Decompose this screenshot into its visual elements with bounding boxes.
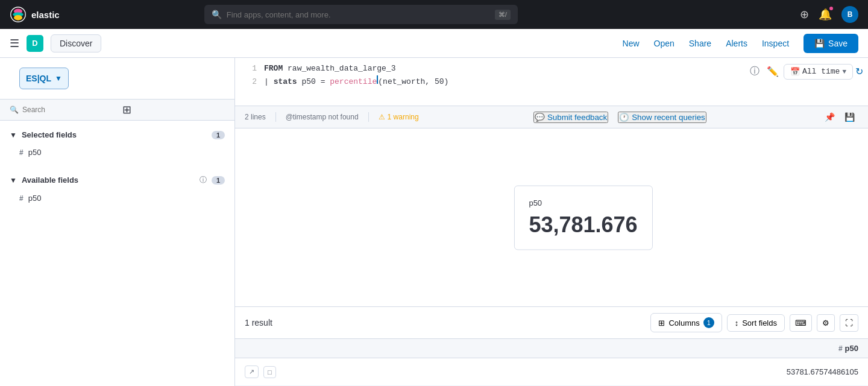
col-type-icon: #	[838, 344, 843, 353]
calendar-picker[interactable]: 📅 All time ▼	[784, 64, 853, 80]
available-fields-toggle-icon: ▼	[10, 176, 17, 185]
columns-button[interactable]: ⊞ Columns 1	[650, 313, 722, 332]
warning-icon: ⚠	[379, 113, 385, 121]
display-options-button[interactable]: ⚙	[817, 314, 835, 332]
esql-caret-icon: ▼	[55, 74, 62, 83]
available-field-p50[interactable]: # p50	[0, 190, 234, 206]
timestamp-not-found: @timestamp not found	[286, 113, 359, 121]
selected-field-p50[interactable]: # p50	[0, 144, 234, 160]
selected-fields-header[interactable]: ▼ Selected fields 1	[0, 125, 234, 144]
query-status-bar: 🔍 ⊞	[0, 100, 234, 121]
separator-1	[275, 112, 276, 122]
show-recent-queries-button[interactable]: 🕐 Show recent queries	[618, 112, 706, 123]
selected-fields-title: Selected fields	[22, 130, 207, 139]
save-query-button[interactable]: 💾	[841, 110, 858, 124]
alerts-button[interactable]: Alerts	[726, 39, 747, 48]
calendar-icon: 📅	[790, 67, 800, 77]
notification-badge	[828, 5, 834, 11]
save-icon: 💾	[814, 39, 825, 48]
columns-label: Columns	[668, 318, 699, 327]
fullscreen-button[interactable]: ⛶	[840, 314, 858, 332]
line-number-2: 2	[245, 77, 257, 86]
edit-button[interactable]: ✏️	[764, 63, 781, 80]
field-search-input[interactable]	[22, 106, 113, 114]
field-type-icon: #	[19, 194, 24, 203]
result-card: p50 53,781.676	[514, 185, 652, 250]
global-search-bar[interactable]: 🔍 ⌘/	[204, 5, 518, 24]
notifications-button[interactable]: 🔔	[819, 8, 832, 21]
nav-icon-group: ⊕ 🔔 B	[800, 6, 858, 23]
info-button[interactable]: ⓘ	[747, 63, 762, 80]
left-sidebar: ES|QL ▼ 🔍 ⊞ ▼ Selected fields 1 # p50	[0, 58, 235, 386]
submit-feedback-button[interactable]: 💬 Submit feedback	[533, 112, 608, 123]
top-navigation: elastic 🔍 ⌘/ ⊕ 🔔 B	[0, 0, 868, 29]
share-button[interactable]: Share	[689, 39, 711, 48]
app-icon[interactable]: D	[27, 35, 43, 52]
sidebar-header: ES|QL ▼	[0, 58, 234, 100]
available-fields-section: ▼ Available fields ⓘ 1 # p50	[0, 165, 234, 211]
user-avatar[interactable]: B	[841, 6, 858, 23]
expand-row-button[interactable]: ↗	[245, 365, 259, 378]
result-card-label: p50	[529, 198, 542, 207]
search-icon: 🔍	[212, 10, 222, 19]
function-args: (net_worth, 50)	[378, 77, 448, 86]
available-fields-header[interactable]: ▼ Available fields ⓘ 1	[0, 170, 234, 190]
field-type-icon: #	[19, 148, 24, 157]
refresh-button[interactable]: ↻	[855, 66, 863, 77]
selected-fields-toggle-icon: ▼	[10, 131, 17, 139]
save-button[interactable]: 💾 Save	[804, 34, 858, 53]
sort-label: Sort fields	[742, 318, 777, 327]
nav-actions-group: New Open Share Alerts Inspect 💾 Save	[623, 34, 858, 53]
elastic-logo-icon	[10, 6, 27, 23]
elastic-logo[interactable]: elastic	[10, 6, 60, 23]
all-time-label: All time	[802, 67, 840, 76]
available-fields-title: Available fields	[22, 176, 195, 185]
elastic-wordmark: elastic	[31, 10, 60, 20]
feedback-label: Submit feedback	[547, 113, 607, 122]
row-value-p50: 53781.67574486105	[787, 367, 858, 376]
recent-label: Show recent queries	[632, 113, 705, 122]
from-keyword: FROM	[264, 64, 283, 73]
result-card-value: 53,781.676	[529, 212, 637, 237]
help-button[interactable]: ⊕	[800, 8, 809, 21]
selected-fields-section: ▼ Selected fields 1 # p50	[0, 121, 234, 165]
warning-badge: ⚠ 1 warning	[379, 113, 419, 121]
query-editor[interactable]: 1 FROM raw_wealth_data_large_3 2 | stats…	[235, 58, 868, 106]
table-name: raw_wealth_data_large_3	[288, 64, 395, 73]
keyboard-shortcut-button[interactable]: ⌨	[790, 314, 812, 332]
open-button[interactable]: Open	[654, 39, 675, 48]
help-icon: ⊕	[800, 8, 809, 21]
esql-selector[interactable]: ES|QL ▼	[19, 68, 69, 89]
query-status-message-bar: 2 lines @timestamp not found ⚠ 1 warning…	[235, 106, 868, 128]
editor-controls: ⓘ ✏️ 📅 All time ▼ ↻	[747, 63, 868, 80]
variable-name: p50	[301, 77, 315, 86]
lines-count: 2 lines	[245, 113, 266, 121]
feedback-icon: 💬	[535, 113, 545, 122]
p50-column-header[interactable]: # p50	[838, 344, 858, 353]
available-fields-count: 1	[212, 176, 225, 185]
save-label: Save	[828, 39, 848, 48]
select-row-button[interactable]: □	[263, 366, 276, 378]
row-actions: ↗ □	[245, 365, 281, 378]
add-filter-button[interactable]: ⊞	[122, 103, 131, 116]
inspect-button[interactable]: Inspect	[762, 39, 789, 48]
function-name: percentile	[330, 77, 377, 86]
col-name: p50	[845, 344, 858, 353]
stats-keyword: stats	[274, 77, 297, 86]
table-row: ↗ □ 53781.67574486105	[235, 358, 868, 386]
sort-icon: ↕	[735, 318, 739, 327]
calendar-caret-icon: ▼	[842, 68, 846, 75]
discover-button[interactable]: Discover	[51, 34, 101, 52]
pin-button[interactable]: 📌	[821, 110, 838, 124]
sort-fields-button[interactable]: ↕ Sort fields	[727, 314, 785, 332]
new-button[interactable]: New	[623, 39, 640, 48]
right-status-actions: 📌 💾	[821, 110, 858, 124]
status-search-area[interactable]: 🔍	[10, 106, 113, 114]
columns-icon: ⊞	[658, 318, 665, 327]
line-number-1: 1	[245, 64, 257, 73]
chart-area: p50 53,781.676	[235, 128, 868, 307]
separator-2	[368, 112, 369, 122]
hamburger-menu[interactable]: ☰	[10, 37, 19, 50]
global-search-input[interactable]	[227, 10, 490, 19]
available-fields-help-icon[interactable]: ⓘ	[200, 175, 207, 185]
